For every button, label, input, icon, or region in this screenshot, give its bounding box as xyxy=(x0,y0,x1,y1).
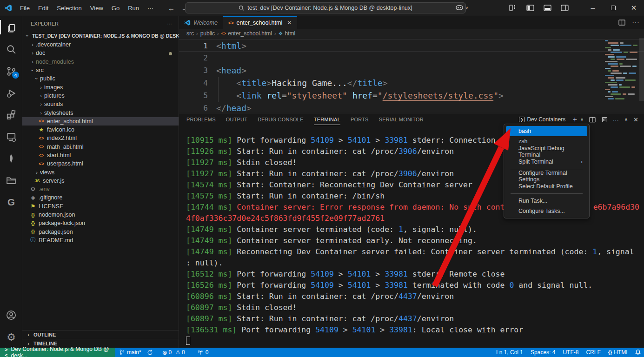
folder-node-modules[interactable]: ›node_modules xyxy=(22,58,179,66)
remote-indicator[interactable]: >< Dev Container: Node.js & Mongo DB @ d… xyxy=(0,348,115,357)
kill-terminal-icon[interactable] xyxy=(601,116,607,123)
menu-run[interactable]: Run xyxy=(124,3,143,13)
file-package-json[interactable]: {}package.json xyxy=(22,228,179,236)
menu-file[interactable]: File xyxy=(16,3,34,13)
file--env[interactable]: ⚙.env xyxy=(22,185,179,193)
file-nodemon-json[interactable]: {}nodemon.json xyxy=(22,211,179,219)
terminal-profile-label[interactable]: ❯ Dev Containers xyxy=(519,116,565,123)
folder-public[interactable]: ›public xyxy=(22,74,179,83)
command-center-search[interactable]: test_dev [Dev Container: Node.js & Mongo… xyxy=(185,2,466,13)
file-index2-html[interactable]: <>index2.html xyxy=(22,134,179,142)
code-editor[interactable]: 1<html>23<head>4 <title>Hacking Game...<… xyxy=(179,38,644,113)
activity-extensions-button[interactable] xyxy=(0,104,22,126)
ports-indicator[interactable]: 0 xyxy=(194,349,212,356)
toggle-panel-icon[interactable] xyxy=(544,5,551,11)
menu-selection[interactable]: Selection xyxy=(53,3,86,13)
panel-tab-serial-monitor[interactable]: SERIAL MONITOR xyxy=(379,114,424,125)
activity-gitlens-button[interactable]: G xyxy=(0,191,22,213)
panel-tab-debug-console[interactable]: DEBUG CONSOLE xyxy=(258,114,304,125)
status-spaces-4[interactable]: Spaces: 4 xyxy=(528,349,558,356)
file-readme-md[interactable]: ⓘREADME.md xyxy=(22,236,179,245)
folder-doc[interactable]: ›doc xyxy=(22,49,179,57)
panel-tab-problems[interactable]: PROBLEMS xyxy=(186,114,216,125)
activity-run-debug-button[interactable] xyxy=(0,82,22,104)
folder-src[interactable]: ›src xyxy=(22,66,179,74)
tab-enter-school-html[interactable]: <>enter_school.html✕ xyxy=(223,16,297,29)
menu-item-configure-terminal-settings[interactable]: Configure Terminal Settings xyxy=(506,171,587,181)
status-crlf[interactable]: CRLF xyxy=(583,349,603,356)
minimap[interactable] xyxy=(605,40,637,100)
file-start-html[interactable]: <>start.html xyxy=(22,151,179,159)
activity-account-button[interactable] xyxy=(0,304,22,326)
folder-views[interactable]: ›views xyxy=(22,168,179,176)
file--gitignore[interactable]: ◈.gitignore xyxy=(22,193,179,202)
explorer-more-button[interactable]: ··· xyxy=(167,21,172,26)
breadcrumb-html[interactable]: ❖html xyxy=(279,30,296,37)
workspace-root-folder[interactable]: › TEST_DEV [DEV CONTAINER: NODE.JS & MON… xyxy=(22,31,179,40)
activity-explorer-button[interactable] xyxy=(0,16,22,38)
panel-tab-terminal[interactable]: TERMINAL xyxy=(314,114,340,125)
close-window-button[interactable]: ✕ xyxy=(624,0,644,16)
menu-item-select-default-profile[interactable]: Select Default Profile xyxy=(506,181,587,192)
panel-more-actions-icon[interactable]: ··· xyxy=(613,117,619,123)
activity-source-control-button[interactable]: 4 xyxy=(0,60,22,82)
menu-[interactable]: ··· xyxy=(143,3,158,13)
split-terminal-icon[interactable] xyxy=(589,117,596,123)
file-license[interactable]: ⚑LICENSE xyxy=(22,202,179,211)
folder-sounds[interactable]: ›sounds xyxy=(22,100,179,108)
chevron-right-icon: › xyxy=(29,59,36,65)
file-server-js[interactable]: JSserver.js xyxy=(22,177,179,185)
sync-changes-button[interactable] xyxy=(144,350,156,356)
status-utf-8[interactable]: UTF-8 xyxy=(560,349,581,356)
menu-item-bash[interactable]: bash xyxy=(506,126,587,136)
activity-remote-explorer-button[interactable] xyxy=(0,126,22,147)
tab-welcome[interactable]: Welcome xyxy=(179,16,223,29)
editor-more-actions-icon[interactable]: ··· xyxy=(632,19,639,27)
toggle-secondary-sidebar-icon[interactable] xyxy=(561,5,569,11)
new-terminal-button[interactable]: ＋ xyxy=(571,116,578,123)
editor-scrollbar[interactable] xyxy=(639,38,644,101)
folder-images[interactable]: ›images xyxy=(22,83,179,91)
folder-stylesheets[interactable]: ›stylesheets xyxy=(22,108,179,117)
terminal-profile-dropdown-button[interactable]: ∨ xyxy=(580,118,584,122)
activity-settings-button[interactable]: ⚙ xyxy=(0,326,22,348)
copilot-button[interactable]: ∨ xyxy=(455,5,468,11)
breadcrumb-src[interactable]: src xyxy=(186,30,194,37)
menu-go[interactable]: Go xyxy=(107,3,124,13)
menu-item-split-terminal[interactable]: Split Terminal› xyxy=(506,157,587,167)
file-math-abi-html[interactable]: <>math_abi.html xyxy=(22,143,179,151)
file-package-lock-json[interactable]: {}package-lock.json xyxy=(22,219,179,227)
menu-view[interactable]: View xyxy=(86,3,107,13)
notifications-bell-button[interactable] xyxy=(635,349,641,356)
close-tab-icon[interactable]: ✕ xyxy=(287,20,292,26)
nav-back-button[interactable]: ← xyxy=(168,4,175,12)
status-html[interactable]: {}HTML xyxy=(605,349,632,356)
git-branch-indicator[interactable]: main* xyxy=(116,349,144,356)
maximize-panel-icon[interactable]: ∧ xyxy=(624,117,628,122)
activity-search-button[interactable] xyxy=(0,38,22,60)
activity-folder-button[interactable] xyxy=(0,169,22,191)
customize-layout-icon[interactable] xyxy=(509,5,517,11)
split-editor-icon[interactable] xyxy=(618,20,625,26)
panel-tab-ports[interactable]: PORTS xyxy=(351,114,369,125)
folder--devcontainer[interactable]: ›.devcontainer xyxy=(22,40,179,49)
panel-tab-output[interactable]: OUTPUT xyxy=(226,114,247,125)
menu-edit[interactable]: Edit xyxy=(34,3,53,13)
file-enter-school-html[interactable]: <>enter_school.html xyxy=(22,117,179,126)
menu-item-javascript-debug-terminal[interactable]: JavaScript Debug Terminal xyxy=(506,146,587,157)
status-ln-1-col-1[interactable]: Ln 1, Col 1 xyxy=(493,349,526,356)
file-userpass-html[interactable]: <>userpass.html xyxy=(22,159,179,168)
menu-item-configure-tasks-[interactable]: Configure Tasks... xyxy=(506,206,587,216)
maximize-button[interactable] xyxy=(603,0,624,16)
breadcrumb-enter-school-html[interactable]: <>enter_school.html xyxy=(221,30,272,37)
close-panel-icon[interactable]: ✕ xyxy=(633,117,638,123)
toggle-sidebar-icon[interactable] xyxy=(526,5,534,11)
activity-mongodb-button[interactable] xyxy=(0,147,22,169)
section-outline[interactable]: ›OUTLINE xyxy=(22,330,179,339)
folder-pictures[interactable]: ›pictures xyxy=(22,92,179,100)
breadcrumb-public[interactable]: public xyxy=(200,30,215,37)
problems-indicator[interactable]: ⊗ 0 ⚠ 0 xyxy=(159,349,188,356)
menu-item-run-task-[interactable]: Run Task... xyxy=(506,196,587,206)
minimize-button[interactable]: ─ xyxy=(583,0,603,16)
file-favicon-ico[interactable]: ★favicon.ico xyxy=(22,126,179,134)
